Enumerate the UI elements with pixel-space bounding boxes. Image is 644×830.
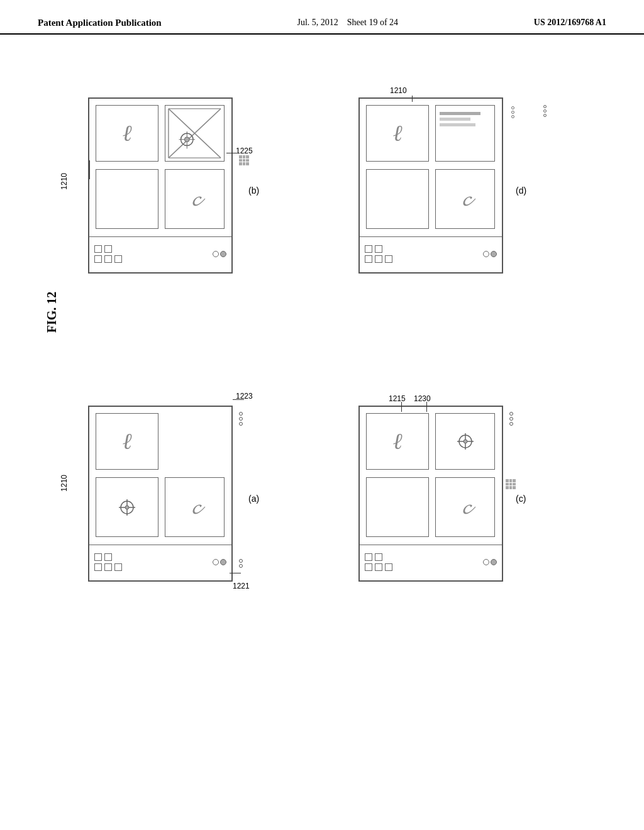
num-2-c-tl: ℓ xyxy=(367,414,428,469)
circle1-d xyxy=(483,251,489,257)
label-1221: 1221 xyxy=(233,582,250,590)
sub-panel-c-tl: ℓ xyxy=(366,413,429,470)
device-panel-c: ℓ 𝓬 xyxy=(358,406,503,582)
sub-panel-d-tl: ℓ xyxy=(366,105,429,162)
crosshair-svg-c xyxy=(456,432,475,451)
svg-point-12 xyxy=(125,506,129,509)
bottom-squares-c xyxy=(365,553,392,571)
screen-d: ℓ 𝓬 xyxy=(360,99,502,237)
circle2-c xyxy=(491,559,497,565)
bottom-bar-d xyxy=(360,236,502,272)
sq4-d xyxy=(375,255,382,263)
screen-b: ℓ xyxy=(89,99,231,237)
grid-icon-b xyxy=(239,155,249,165)
camera-icon-c xyxy=(483,559,497,565)
line-1221 xyxy=(230,573,241,573)
three-dots-a-bottom xyxy=(239,559,243,568)
num-2-b-tl: ℓ xyxy=(96,106,158,161)
line-1225 xyxy=(226,153,238,153)
bottom-squares-a xyxy=(94,553,122,571)
sub-panel-d-bl xyxy=(366,169,429,229)
screen-a: ℓ 𝓬 xyxy=(89,407,231,545)
sub-panel-d-tr xyxy=(435,105,495,162)
sub-panel-b-bl xyxy=(96,169,158,229)
label-1210-tl: 1210 xyxy=(60,173,69,190)
sq4-a xyxy=(104,563,112,571)
patent-number: US 2012/169768 A1 xyxy=(534,18,606,28)
three-dots-d xyxy=(511,106,514,118)
three-dots-c-top xyxy=(509,412,513,426)
sq4 xyxy=(104,255,112,263)
circle2-a xyxy=(220,559,226,565)
device-panel-a: ℓ 𝓬 xyxy=(88,406,233,582)
main-content: FIG. 12 ℓ xyxy=(0,35,644,821)
sq2-d xyxy=(375,245,382,253)
sub-panel-b-tr xyxy=(165,105,225,162)
triangle-svg xyxy=(165,106,224,161)
label-1210-bl: 1210 xyxy=(60,475,69,492)
camera-icon-b xyxy=(213,251,226,257)
sub-a: (a) xyxy=(248,494,259,504)
camera-icon-a xyxy=(213,559,226,565)
three-dots-a-top xyxy=(239,412,243,426)
label-1225: 1225 xyxy=(236,147,253,155)
sq2-a xyxy=(104,553,112,561)
publication-title: Patent Application Publication xyxy=(38,18,162,28)
label-1215: 1215 xyxy=(389,394,406,403)
sub-panel-a-tl: ℓ xyxy=(96,413,158,470)
sub-panel-c-tr xyxy=(435,413,495,470)
sub-panel-a-br: 𝓬 xyxy=(165,477,225,537)
sq5-c xyxy=(385,563,392,571)
device-panel-d: ℓ 𝓬 xyxy=(358,97,503,274)
sub-d: (d) xyxy=(516,185,526,196)
circle1-c xyxy=(483,559,489,565)
num-3-a-br: 𝓬 xyxy=(165,478,224,536)
num-3-d-br: 𝓬 xyxy=(436,170,494,228)
sub-panel-b-tl: ℓ xyxy=(96,105,158,162)
side-icon-b xyxy=(239,155,249,165)
sub-c: (c) xyxy=(516,494,526,504)
dots-right-d xyxy=(543,105,547,117)
sq3-a xyxy=(94,563,102,571)
sq2-c xyxy=(375,553,382,561)
circle2 xyxy=(220,251,226,257)
sq3-d xyxy=(365,255,372,263)
line-1210-tr xyxy=(412,96,413,102)
sq1-d xyxy=(365,245,372,253)
svg-point-16 xyxy=(464,440,467,443)
bottom-squares-b xyxy=(94,245,122,263)
sq1 xyxy=(94,245,102,253)
line-1230 xyxy=(426,402,427,412)
sq4-c xyxy=(375,563,382,571)
sub-panel-c-br: 𝓬 xyxy=(435,477,495,537)
sub-panel-b-br: 𝓬 xyxy=(165,169,225,229)
sub-panel-c-bl xyxy=(366,477,429,537)
publication-date: Jul. 5, 2012 xyxy=(297,18,338,27)
num-2-a-tl: ℓ xyxy=(96,414,158,469)
line-1210-tl xyxy=(89,160,90,179)
screen-c: ℓ 𝓬 xyxy=(360,407,502,545)
label-1230: 1230 xyxy=(414,394,431,403)
camera-icon-d xyxy=(483,251,497,257)
sheet-number: Sheet 19 of 24 xyxy=(347,18,398,27)
num-3-c-br: 𝓬 xyxy=(436,478,494,536)
text-content-d xyxy=(436,106,494,135)
sq1-c xyxy=(365,553,372,561)
bottom-squares-d xyxy=(365,245,392,263)
bottom-bar-c xyxy=(360,544,502,580)
figure-label: FIG. 12 xyxy=(45,292,59,333)
device-panel-b: ℓ xyxy=(88,97,233,274)
sq2 xyxy=(104,245,112,253)
page-header: Patent Application Publication Jul. 5, 2… xyxy=(0,0,644,35)
bottom-bar-b xyxy=(89,236,231,272)
sq5-d xyxy=(385,255,392,263)
circle1 xyxy=(213,251,219,257)
label-1210-tr: 1210 xyxy=(390,86,407,95)
grid-icon-c xyxy=(506,479,516,489)
circle2-d xyxy=(491,251,497,257)
sq3 xyxy=(94,255,102,263)
line-1223 xyxy=(233,399,244,400)
sub-panel-a-bl xyxy=(96,477,158,537)
sub-b: (b) xyxy=(248,185,259,196)
header-center: Jul. 5, 2012 Sheet 19 of 24 xyxy=(297,18,398,28)
